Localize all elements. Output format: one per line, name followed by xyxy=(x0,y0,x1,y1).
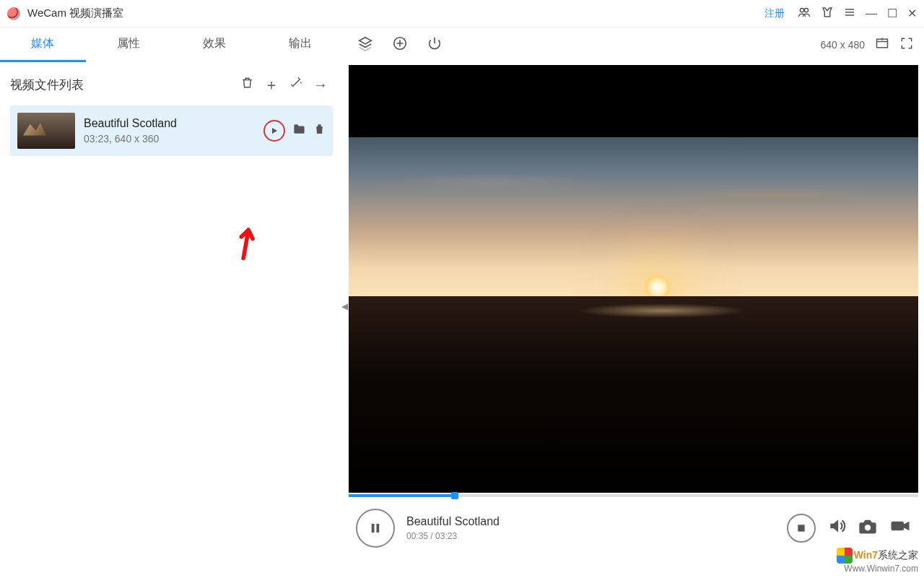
tab-media[interactable]: 媒体 xyxy=(0,27,86,62)
tabs-row: 媒体 属性 效果 输出 640 x 480 xyxy=(0,27,924,62)
video-preview[interactable] xyxy=(349,65,918,493)
snapshot-button[interactable] xyxy=(858,516,878,540)
list-delete-button[interactable] xyxy=(235,76,259,93)
fullscreen-icon[interactable] xyxy=(899,36,914,54)
stop-button[interactable] xyxy=(787,514,816,543)
file-meta: 03:23, 640 x 360 xyxy=(84,133,263,144)
now-playing-time: 00:35 / 03:23 xyxy=(406,531,500,541)
file-item[interactable]: Beautiful Scotland 03:23, 640 x 360 xyxy=(10,105,333,156)
resolution-label: 640 x 480 xyxy=(821,39,866,51)
theme-icon[interactable] xyxy=(821,6,834,21)
power-icon[interactable] xyxy=(427,35,443,55)
record-button[interactable] xyxy=(889,515,911,541)
fit-screen-icon[interactable] xyxy=(875,36,889,54)
maximize-button[interactable]: ☐ xyxy=(887,8,897,20)
file-play-button[interactable] xyxy=(263,120,285,142)
svg-rect-3 xyxy=(877,39,888,48)
file-name: Beautiful Scotland xyxy=(84,117,263,130)
tab-output[interactable]: 输出 xyxy=(257,27,343,62)
add-circle-icon[interactable] xyxy=(392,35,408,55)
svg-point-7 xyxy=(865,525,871,530)
now-playing-title: Beautiful Scotland xyxy=(406,515,500,528)
app-logo xyxy=(7,7,20,20)
svg-rect-6 xyxy=(798,525,804,531)
file-folder-button[interactable] xyxy=(292,122,306,139)
list-next-button[interactable]: → xyxy=(308,77,333,93)
register-link[interactable]: 注册 xyxy=(764,7,785,20)
list-title: 视频文件列表 xyxy=(10,77,84,93)
close-button[interactable]: ✕ xyxy=(907,8,917,20)
collapse-sidebar-handle[interactable]: ◀ xyxy=(339,296,349,316)
layers-icon[interactable] xyxy=(357,35,373,55)
file-thumbnail xyxy=(17,113,75,149)
svg-rect-8 xyxy=(892,522,905,531)
contacts-icon[interactable] xyxy=(798,6,811,21)
file-delete-button[interactable] xyxy=(313,123,326,139)
minimize-button[interactable]: — xyxy=(866,8,877,20)
list-effects-button[interactable] xyxy=(284,76,308,93)
sidebar: 视频文件列表 ＋ → Beautiful Scotland 03:23, 640… xyxy=(0,62,343,578)
list-add-button[interactable]: ＋ xyxy=(259,75,284,95)
svg-point-1 xyxy=(804,8,808,12)
svg-point-0 xyxy=(800,8,803,12)
preview-panel: Beautiful Scotland 00:35 / 03:23 xyxy=(343,62,924,578)
svg-rect-5 xyxy=(377,524,380,532)
annotation-arrow xyxy=(224,219,271,267)
app-title: WeCam 视频演播室 xyxy=(27,7,123,20)
menu-icon[interactable] xyxy=(844,7,855,20)
tab-properties[interactable]: 属性 xyxy=(86,27,172,62)
svg-rect-4 xyxy=(372,524,375,532)
volume-button[interactable] xyxy=(827,517,846,540)
tab-effects[interactable]: 效果 xyxy=(172,27,258,62)
title-bar: WeCam 视频演播室 注册 — ☐ ✕ xyxy=(0,0,924,27)
pause-button[interactable] xyxy=(356,509,395,548)
progress-bar[interactable] xyxy=(349,494,918,497)
